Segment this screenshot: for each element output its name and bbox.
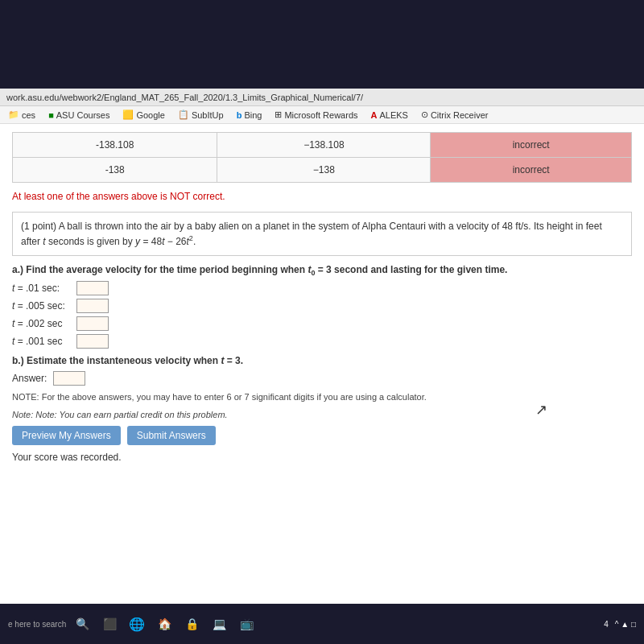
row1-status: incorrect [431, 133, 632, 158]
bookmark-asu[interactable]: ■ ASU Courses [45, 109, 113, 121]
table-row-2: -138 −138 incorrect [13, 158, 632, 183]
t2-input[interactable] [76, 299, 109, 313]
note-text: NOTE: For the above answers, you may hav… [12, 392, 632, 402]
taskbar-edge-icon[interactable]: 🌐 [126, 613, 148, 635]
bookmark-subItUp[interactable]: 📋 SubItUp [175, 109, 227, 121]
problem-intro: (1 point) A ball is thrown into the air … [21, 219, 623, 249]
score-recorded: Your score was recorded. [12, 452, 632, 463]
bookmark-aleks[interactable]: A ALEKS [368, 109, 411, 121]
taskbar-cortana-icon[interactable]: ⬛ [98, 613, 121, 635]
t1-label: t = .01 sec: [12, 283, 76, 294]
t4-label: t = .001 sec [12, 336, 76, 347]
row2-col1: -138 [13, 158, 217, 183]
taskbar-explorer-icon[interactable]: 🏠 [153, 613, 175, 635]
not-correct-message: At least one of the answers above is NOT… [12, 191, 632, 202]
address-bar[interactable]: work.asu.edu/webwork2/England_MAT_265_Fa… [0, 89, 644, 106]
bookmark-google[interactable]: 🟨 Google [119, 109, 167, 121]
subitup-icon: 📋 [178, 109, 189, 120]
answer-label: Answer: [12, 373, 47, 384]
row2-status: incorrect [431, 158, 632, 183]
t1-input[interactable] [76, 281, 109, 295]
bookmarks-bar: 📁 ces ■ ASU Courses 🟨 Google 📋 SubItUp b… [0, 106, 644, 124]
taskbar-pc-icon[interactable]: 💻 [208, 613, 230, 635]
asu-icon: ■ [48, 110, 54, 120]
url-text: work.asu.edu/webwork2/England_MAT_265_Fa… [6, 93, 363, 102]
taskbar-right: 4 ^ ▲ □ [604, 620, 636, 629]
table-row-1: -138.108 −138.108 incorrect [13, 133, 632, 158]
taskbar-system-icons: ^ ▲ □ [615, 620, 636, 629]
preview-button[interactable]: Preview My Answers [12, 426, 121, 445]
part-b-label: b.) Estimate the instanteneous velocity … [12, 355, 632, 366]
t2-row: t = .005 sec: [12, 299, 632, 313]
taskbar: e here to search 🔍 ⬛ 🌐 🏠 🔒 💻 📺 4 ^ ▲ □ [0, 604, 644, 644]
submit-button[interactable]: Submit Answers [127, 426, 216, 445]
ms-rewards-icon: ⊞ [275, 109, 282, 120]
answer-table: -138.108 −138.108 incorrect -138 −138 in… [12, 132, 632, 183]
t4-row: t = .001 sec [12, 334, 632, 349]
bookmark-bing[interactable]: b Bing [233, 109, 266, 121]
t2-label: t = .005 sec: [12, 300, 76, 312]
page-content: -138.108 −138.108 incorrect -138 −138 in… [0, 124, 644, 604]
t3-label: t = .002 sec [12, 318, 76, 329]
t4-input[interactable] [76, 334, 109, 349]
bookmark-ces[interactable]: 📁 ces [5, 109, 39, 121]
bookmark-microsoft-rewards[interactable]: ⊞ Microsoft Rewards [271, 109, 361, 121]
ces-icon: 📁 [8, 109, 19, 120]
top-dark-area [0, 0, 644, 89]
t3-row: t = .002 sec [12, 316, 632, 331]
search-placeholder-text: e here to search [8, 620, 66, 629]
google-icon: 🟨 [122, 109, 134, 120]
taskbar-left: e here to search 🔍 ⬛ 🌐 🏠 🔒 💻 📺 [8, 613, 258, 635]
row1-col2: −138.108 [217, 133, 431, 158]
browser-window: work.asu.edu/webwork2/England_MAT_265_Fa… [0, 89, 644, 644]
bookmark-citrix[interactable]: ⊙ Citrix Receiver [418, 109, 492, 121]
taskbar-lock-icon[interactable]: 🔒 [180, 613, 203, 635]
t1-row: t = .01 sec: [12, 281, 632, 295]
t3-input[interactable] [76, 316, 109, 331]
taskbar-tv-icon[interactable]: 📺 [235, 613, 258, 635]
partial-credit-note: Note: Note: You can earn partial credit … [12, 410, 632, 419]
part-a-label: a.) Find the average velocity for the ti… [12, 264, 632, 277]
answer-row: Answer: [12, 371, 632, 386]
problem-box: (1 point) A ball is thrown into the air … [12, 212, 632, 256]
search-bar[interactable]: e here to search [8, 620, 66, 629]
taskbar-clock: 4 [604, 620, 609, 629]
aleks-icon: A [371, 110, 378, 120]
answer-input[interactable] [53, 371, 85, 386]
row1-col1: -138.108 [13, 133, 217, 158]
button-row: Preview My Answers Submit Answers [12, 426, 632, 445]
citrix-icon: ⊙ [421, 109, 428, 120]
bing-icon: b [237, 110, 242, 120]
row2-col2: −138 [217, 158, 431, 183]
taskbar-search-icon[interactable]: 🔍 [71, 613, 93, 635]
